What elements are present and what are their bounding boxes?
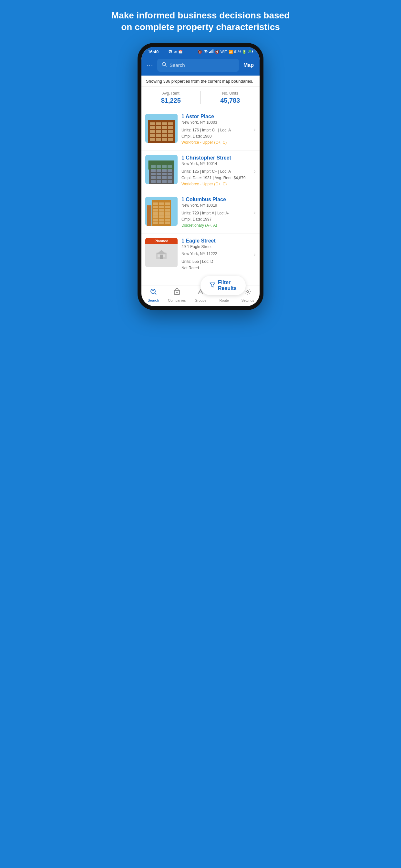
no-units-label: No. Units <box>201 91 260 96</box>
nav-groups-label: Groups <box>195 299 206 302</box>
status-bar: 16:40 🖼 ✉ 📅 ··· 🔇 🔇 WiFi 📶 61% 🔋 <box>142 47 259 56</box>
property-image-eagle: Planned <box>145 238 178 267</box>
svg-line-15 <box>155 293 156 294</box>
property-addr2-eagle: 49-1 Eagle Street <box>181 244 249 249</box>
avg-rent-stat: Avg. Rent $1,225 <box>142 91 201 104</box>
app-search-bar: ··· Search Map <box>142 56 259 75</box>
svg-marker-9 <box>157 250 166 254</box>
svg-rect-10 <box>160 255 163 259</box>
main-content: Showing 386 properties from the current … <box>142 75 259 285</box>
companies-nav-icon <box>174 288 181 297</box>
property-addr-christopher: New York, NY 10014 <box>181 161 249 166</box>
property-image-christopher <box>145 155 178 184</box>
mail-icon: ✉ <box>174 50 177 54</box>
property-details-columbus: Units: 729 | Impr: A | Loc: A- Cmpl. Dat… <box>181 210 249 229</box>
svg-rect-1 <box>210 51 211 53</box>
svg-marker-13 <box>210 283 215 287</box>
property-card-columbus[interactable]: 1 Columbus Place New York, NY 10019 Unit… <box>142 192 259 234</box>
property-image-astor <box>145 114 178 143</box>
mute-icon: 🔇 <box>197 50 202 54</box>
filter-icon <box>210 282 215 289</box>
status-right: 🔇 🔇 WiFi 📶 61% 🔋 <box>197 50 253 54</box>
map-button[interactable]: Map <box>242 60 256 71</box>
filter-label: Filter Results <box>218 280 237 291</box>
property-info-astor: 1 Astor Place New York, NY 10003 Units: … <box>181 114 249 146</box>
nav-route-label: Route <box>220 299 229 302</box>
svg-point-6 <box>162 62 166 66</box>
property-card-eagle[interactable]: Planned 1 Eagle Street 49-1 Eagle Street… <box>142 234 259 276</box>
svg-point-23 <box>247 290 249 292</box>
property-details-christopher: Units: 125 | Impr: C+ | Loc: A Cmpl. Dat… <box>181 168 249 187</box>
more-icon: ··· <box>184 50 187 54</box>
avg-rent-value: $1,225 <box>142 97 201 104</box>
signal-icon <box>209 50 214 54</box>
property-name-eagle: 1 Eagle Street <box>181 238 249 244</box>
nav-companies-label: Companies <box>168 299 186 302</box>
property-details-astor: Units: 176 | Impr: C+ | Loc: A Cmpl. Dat… <box>181 127 249 146</box>
property-addr-columbus: New York, NY 10019 <box>181 203 249 208</box>
menu-dots-icon[interactable]: ··· <box>145 62 155 68</box>
chevron-right-icon-astor: › <box>254 126 256 133</box>
planned-badge: Planned <box>145 238 178 244</box>
battery-icon <box>248 50 253 54</box>
no-units-value: 45,783 <box>201 97 260 104</box>
svg-rect-5 <box>249 51 251 52</box>
placeholder-icon <box>156 240 167 269</box>
wifi-icon <box>204 50 208 54</box>
showing-text: Showing 386 properties from the current … <box>142 75 259 87</box>
svg-rect-3 <box>212 50 213 53</box>
calendar-icon: 📅 <box>178 50 183 54</box>
property-info-columbus: 1 Columbus Place New York, NY 10019 Unit… <box>181 197 249 229</box>
photo-icon: 🖼 <box>168 50 172 54</box>
phone-screen: 16:40 🖼 ✉ 📅 ··· 🔇 🔇 WiFi 📶 61% 🔋 <box>142 47 259 306</box>
svg-rect-0 <box>209 52 210 53</box>
svg-rect-11 <box>158 254 160 257</box>
property-image-columbus <box>145 197 178 226</box>
property-info-christopher: 1 Christopher Street New York, NY 10014 … <box>181 155 249 187</box>
battery-text: 🔇 WiFi 📶 61% 🔋 <box>215 50 247 54</box>
property-info-eagle: 1 Eagle Street 49-1 Eagle Street New Yor… <box>181 238 249 271</box>
property-name-christopher: 1 Christopher Street <box>181 155 249 161</box>
stats-bar: Avg. Rent $1,225 No. Units 45,783 <box>142 87 259 109</box>
nav-search[interactable]: Search <box>142 288 165 302</box>
settings-nav-icon <box>244 288 251 297</box>
avg-rent-label: Avg. Rent <box>142 91 201 96</box>
hero-heading: Make informed business decisions based o… <box>107 10 294 33</box>
phone-frame: 16:40 🖼 ✉ 📅 ··· 🔇 🔇 WiFi 📶 61% 🔋 <box>137 43 264 310</box>
svg-point-16 <box>152 290 154 291</box>
nav-search-label: Search <box>148 299 159 302</box>
property-card-christopher[interactable]: 1 Christopher Street New York, NY 10014 … <box>142 151 259 192</box>
chevron-right-icon-christopher: › <box>254 168 256 175</box>
search-nav-icon <box>150 288 157 297</box>
no-units-stat: No. Units 45,783 <box>201 91 260 104</box>
property-addr-eagle: New York, NY 11222 <box>181 252 249 256</box>
nav-companies[interactable]: Companies <box>165 288 189 302</box>
svg-line-7 <box>165 65 166 66</box>
search-icon <box>162 62 167 68</box>
filter-results-button[interactable]: Filter Results <box>201 276 246 295</box>
svg-rect-12 <box>163 254 165 257</box>
property-details-eagle: Units: 555 | Loc: D Not Rated <box>181 259 249 271</box>
property-name-columbus: 1 Columbus Place <box>181 197 249 203</box>
status-icons: 🖼 ✉ 📅 ··· <box>168 50 187 54</box>
svg-rect-2 <box>212 51 212 53</box>
search-placeholder-text: Search <box>169 62 185 68</box>
nav-settings-label: Settings <box>242 299 254 302</box>
property-addr-astor: New York, NY 10003 <box>181 120 249 125</box>
chevron-right-icon-columbus: › <box>254 209 256 216</box>
search-input-container[interactable]: Search <box>157 59 239 72</box>
property-name-astor: 1 Astor Place <box>181 114 249 120</box>
status-time: 16:40 <box>148 50 158 54</box>
property-card-astor[interactable]: 1 Astor Place New York, NY 10003 Units: … <box>142 109 259 151</box>
chevron-right-icon-eagle: › <box>254 251 256 258</box>
